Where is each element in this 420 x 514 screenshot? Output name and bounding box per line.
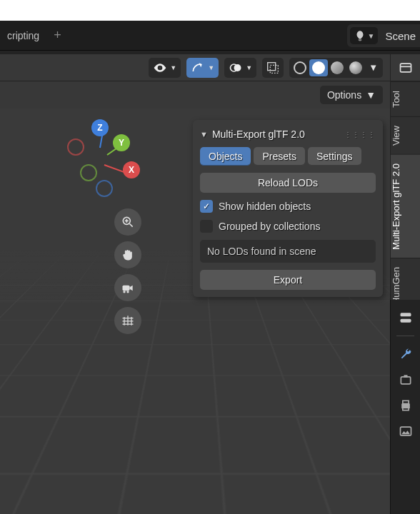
- perspective-tool[interactable]: [114, 307, 141, 334]
- visibility-dropdown[interactable]: ▼: [149, 58, 181, 78]
- options-label: Options: [327, 89, 361, 101]
- export-button[interactable]: Export: [200, 270, 376, 290]
- shading-mode-group: ▼: [289, 58, 383, 78]
- properties-tab-image[interactable]: [398, 423, 414, 439]
- no-lods-message: No LODs found in scene: [200, 240, 376, 263]
- xray-icon: [265, 60, 281, 76]
- properties-tab-generic[interactable]: [398, 310, 414, 326]
- shading-wireframe[interactable]: [291, 59, 309, 76]
- chevron-down-icon[interactable]: ▼: [365, 62, 381, 73]
- rendered-icon: [349, 61, 362, 74]
- gizmo-neg-x-ball[interactable]: [67, 138, 84, 156]
- svg-rect-3: [268, 62, 276, 70]
- printer-icon: [399, 398, 413, 413]
- grouped-label: Grouped by collections: [219, 221, 320, 232]
- rail-tab-view[interactable]: View: [391, 116, 420, 154]
- multi-export-panel: ▼ Multi-Export glTF 2.0 ⋮⋮⋮⋮ Objects Pre…: [193, 120, 383, 297]
- svg-rect-16: [401, 377, 410, 384]
- window-chrome-whitespace: [0, 0, 420, 21]
- gizmo-neg-z-ball[interactable]: [96, 180, 113, 197]
- properties-tab-render[interactable]: [398, 372, 414, 388]
- svg-rect-15: [400, 319, 411, 323]
- panel-header[interactable]: ▼ Multi-Export glTF 2.0 ⋮⋮⋮⋮: [200, 127, 376, 147]
- overlap-circles-icon: [229, 61, 243, 75]
- zoom-tool[interactable]: [114, 208, 141, 236]
- image-icon: [399, 424, 413, 438]
- viewport-options-row: Options ▼: [0, 81, 390, 109]
- scene-name: Scene: [385, 30, 416, 42]
- show-hidden-row[interactable]: Show hidden objects: [200, 200, 376, 213]
- svg-point-2: [234, 64, 241, 71]
- show-hidden-label: Show hidden objects: [219, 201, 311, 212]
- viewport-options-dropdown[interactable]: Options ▼: [320, 86, 383, 104]
- rail-top-button[interactable]: [390, 54, 420, 81]
- gizmo-x-ball[interactable]: X: [123, 161, 140, 178]
- panel-title: Multi-Export glTF 2.0: [212, 128, 305, 140]
- shading-material[interactable]: [328, 59, 346, 76]
- properties-tab-tool[interactable]: [398, 346, 414, 362]
- solid-icon: [312, 61, 325, 74]
- chevron-down-icon: ▼: [170, 64, 176, 71]
- svg-rect-20: [402, 408, 408, 410]
- overlay-dropdown[interactable]: ▼: [224, 58, 256, 78]
- tab-objects[interactable]: Objects: [200, 147, 251, 166]
- n-panel-tabs: Tool View Multi-Export glTF 2.0 HumGen: [390, 81, 420, 313]
- camera-icon: [121, 281, 135, 295]
- panel-toggle-icon: [399, 61, 413, 75]
- viewport-header: ▼ ▼ ▼ ▼: [0, 54, 390, 81]
- grouped-checkbox[interactable]: [200, 220, 213, 233]
- grouped-row[interactable]: Grouped by collections: [200, 220, 376, 233]
- tab-presets[interactable]: Presets: [254, 147, 304, 166]
- wrench-icon: [399, 347, 413, 361]
- panel-tabs: Objects Presets Settings: [200, 147, 376, 166]
- collapse-chevron-icon[interactable]: ▼: [200, 130, 208, 138]
- chevron-down-icon: ▼: [368, 32, 375, 40]
- camera-tool[interactable]: [114, 274, 141, 301]
- panel-grip-icon[interactable]: ⋮⋮⋮⋮: [344, 131, 376, 138]
- arc-arrow-icon: [191, 61, 205, 75]
- shading-rendered[interactable]: [346, 59, 365, 76]
- gizmo-z-ball[interactable]: Z: [91, 119, 109, 136]
- workspace-tab-scripting[interactable]: cripting: [7, 30, 39, 41]
- scene-selector[interactable]: ▼ Scene: [347, 24, 420, 47]
- tab-settings[interactable]: Settings: [308, 147, 361, 166]
- magnifier-icon: [121, 215, 135, 229]
- scene-icon-pill[interactable]: ▼: [350, 27, 379, 44]
- viewport-3d[interactable]: X Y Z: [0, 109, 390, 514]
- svg-rect-17: [404, 375, 407, 377]
- rail-tab-tool[interactable]: Tool: [391, 81, 420, 116]
- svg-point-10: [123, 291, 125, 293]
- svg-rect-9: [123, 286, 130, 291]
- show-hidden-checkbox[interactable]: [200, 200, 213, 213]
- wireframe-icon: [294, 61, 306, 74]
- axis-gizmo[interactable]: X Y Z: [64, 121, 150, 207]
- chevron-down-icon: ▼: [208, 64, 214, 71]
- shading-solid[interactable]: [309, 59, 328, 76]
- chevron-down-icon: ▼: [246, 64, 252, 71]
- properties-tab-output[interactable]: [398, 398, 414, 413]
- material-icon: [331, 61, 344, 74]
- properties-tabs: [390, 300, 420, 514]
- workspace-tab-bar: cripting + ▼ Scene: [0, 21, 420, 51]
- box-icon: [399, 373, 413, 387]
- viewport-nav-tools: [114, 208, 141, 334]
- pan-tool[interactable]: [114, 241, 141, 268]
- svg-line-6: [130, 224, 133, 227]
- slider-panel-icon: [399, 311, 413, 325]
- eye-icon: [153, 61, 167, 75]
- xray-toggle[interactable]: [262, 58, 284, 78]
- gizmo-neg-y-ball[interactable]: [80, 164, 97, 181]
- svg-rect-19: [402, 400, 408, 403]
- separator: [396, 336, 414, 336]
- svg-rect-12: [400, 64, 411, 72]
- gizmo-y-ball[interactable]: Y: [113, 134, 130, 151]
- svg-rect-14: [400, 313, 411, 316]
- grid-icon: [121, 313, 135, 328]
- gizmo-dropdown[interactable]: ▼: [186, 58, 219, 78]
- reload-lods-button[interactable]: Reload LODs: [200, 173, 376, 193]
- add-workspace-icon[interactable]: +: [54, 28, 61, 43]
- hand-icon: [121, 248, 135, 262]
- rail-tab-multi-export[interactable]: Multi-Export glTF 2.0: [391, 154, 420, 258]
- svg-point-0: [159, 66, 161, 69]
- svg-rect-4: [270, 65, 278, 73]
